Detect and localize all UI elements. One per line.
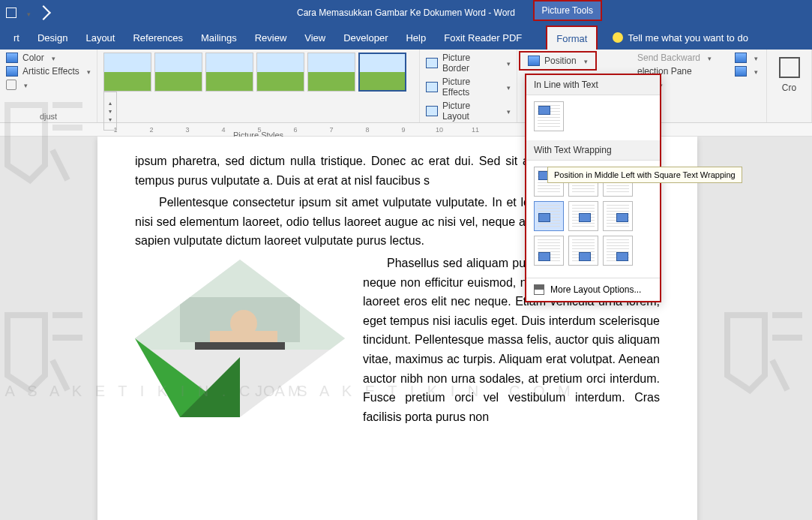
layout-icon <box>426 106 438 116</box>
gallery-more-button[interactable]: ▴▾▾ <box>103 92 117 131</box>
position-button[interactable]: Position <box>519 51 597 71</box>
style-thumb[interactable] <box>103 53 151 92</box>
effects-icon <box>426 82 438 92</box>
position-inline[interactable] <box>534 101 564 131</box>
tab-rt[interactable]: rt <box>4 26 28 50</box>
position-middle-center[interactable] <box>568 201 598 231</box>
color-icon <box>6 53 18 63</box>
group-label-adjust: djust <box>6 112 91 121</box>
picture-effects-button[interactable]: Picture Effects <box>426 77 511 98</box>
tab-help[interactable]: Help <box>397 26 435 50</box>
style-thumb[interactable] <box>307 53 355 92</box>
qat-dropdown[interactable] <box>24 6 31 20</box>
group-picture-tools: Picture Border Picture Effects Picture L… <box>420 50 517 122</box>
tab-view[interactable]: View <box>295 26 334 50</box>
position-bottom-right[interactable] <box>603 236 633 266</box>
document-area[interactable]: ipsum pharetra, sed dictum nulla tristiq… <box>0 137 812 520</box>
ribbon: Color Artistic Effects djust ▴▾▾ Picture… <box>0 50 812 123</box>
position-bottom-left[interactable] <box>534 236 564 266</box>
home-icon[interactable] <box>6 8 16 18</box>
bring-forward-icon[interactable] <box>735 53 758 63</box>
panel-header-wrapping: With Text Wrapping <box>526 140 660 161</box>
picture-layout-button[interactable]: Picture Layout <box>426 101 511 122</box>
tab-developer[interactable]: Developer <box>334 26 397 50</box>
position-bottom-center[interactable] <box>568 236 598 266</box>
group-icon[interactable] <box>735 66 758 77</box>
position-middle-right[interactable] <box>603 201 633 231</box>
position-dropdown-panel: In Line with Text With Text Wrapping Mor… <box>525 74 661 302</box>
title-bar: Cara Memasukkan Gambar Ke Dokumen Word -… <box>0 0 812 26</box>
style-thumb[interactable] <box>154 53 202 92</box>
position-icon <box>528 56 540 66</box>
style-thumb-selected[interactable] <box>358 53 406 92</box>
position-middle-left[interactable] <box>534 201 564 231</box>
svg-rect-6 <box>195 342 285 350</box>
group-picture-styles: ▴▾▾ Picture Styles <box>97 50 420 122</box>
artistic-icon <box>6 66 18 77</box>
reset-icon <box>6 80 16 90</box>
picture-style-gallery[interactable] <box>103 53 413 92</box>
context-tab-picture-tools: Picture Tools <box>533 0 602 21</box>
tab-design[interactable]: Design <box>28 26 76 50</box>
tell-me-text: Tell me what you want to do <box>628 32 748 44</box>
tab-review[interactable]: Review <box>246 26 296 50</box>
more-layout-options[interactable]: More Layout Options... <box>526 278 660 301</box>
tab-format[interactable]: Format <box>546 26 598 50</box>
group-adjust: Color Artistic Effects djust <box>0 50 97 122</box>
send-backward-button[interactable]: Send Backward <box>637 53 712 63</box>
tab-layout[interactable]: Layout <box>76 26 124 50</box>
panel-header-inline: In Line with Text <box>526 75 660 95</box>
grid-icon <box>534 284 544 295</box>
tab-mailings[interactable]: Mailings <box>192 26 246 50</box>
group-size: Cro <box>767 50 812 122</box>
ribbon-tabs: rt Design Layout References Mailings Rev… <box>0 26 812 50</box>
tell-me-search[interactable]: Tell me what you want to do <box>613 26 748 50</box>
qat-redo-icon[interactable] <box>36 5 51 20</box>
artistic-effects-button[interactable]: Artistic Effects <box>6 66 91 77</box>
inserted-picture[interactable] <box>135 260 345 417</box>
crop-icon[interactable] <box>779 57 800 78</box>
crop-label: Cro <box>782 83 796 93</box>
reset-picture-button[interactable] <box>6 80 91 90</box>
position-tooltip: Position in Middle Left with Square Text… <box>547 167 742 183</box>
tab-foxit[interactable]: Foxit Reader PDF <box>435 26 531 50</box>
border-icon <box>426 58 438 68</box>
bulb-icon <box>613 32 623 43</box>
picture-border-button[interactable]: Picture Border <box>426 53 511 74</box>
style-thumb[interactable] <box>205 53 253 92</box>
style-thumb[interactable] <box>256 53 304 92</box>
tab-references[interactable]: References <box>124 26 191 50</box>
window-title: Cara Memasukkan Gambar Ke Dokumen Word -… <box>297 8 515 18</box>
color-button[interactable]: Color <box>6 53 91 63</box>
